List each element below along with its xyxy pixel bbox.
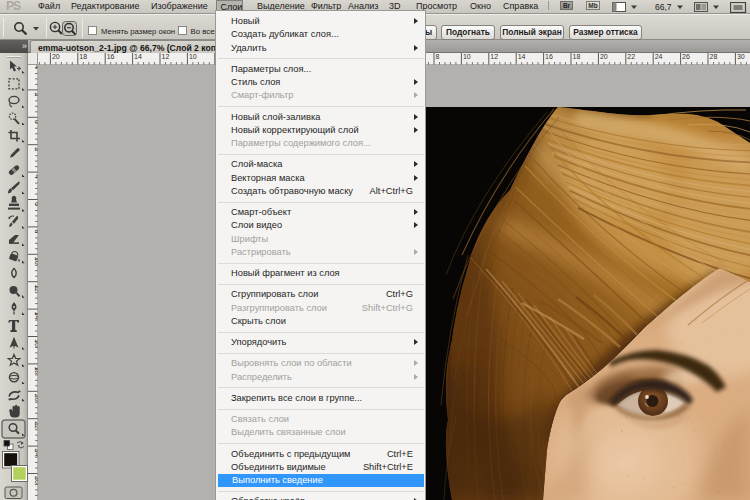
svg-text:10: 10 [463,53,471,60]
svg-text:16: 16 [545,53,553,60]
svg-text:18: 18 [79,53,87,60]
svg-text:24: 24 [655,53,663,60]
svg-text:14: 14 [134,53,142,60]
svg-text:14: 14 [518,53,526,60]
svg-text:8: 8 [436,53,440,60]
svg-text:18: 18 [573,53,581,60]
svg-text:16: 16 [107,53,115,60]
svg-text:20: 20 [52,53,60,60]
svg-text:30: 30 [737,53,745,60]
svg-text:12: 12 [162,53,170,60]
svg-text:10: 10 [189,53,197,60]
svg-text:28: 28 [710,53,718,60]
svg-text:12: 12 [490,53,498,60]
svg-text:26: 26 [682,53,690,60]
svg-text:22: 22 [627,53,635,60]
svg-text:20: 20 [600,53,608,60]
